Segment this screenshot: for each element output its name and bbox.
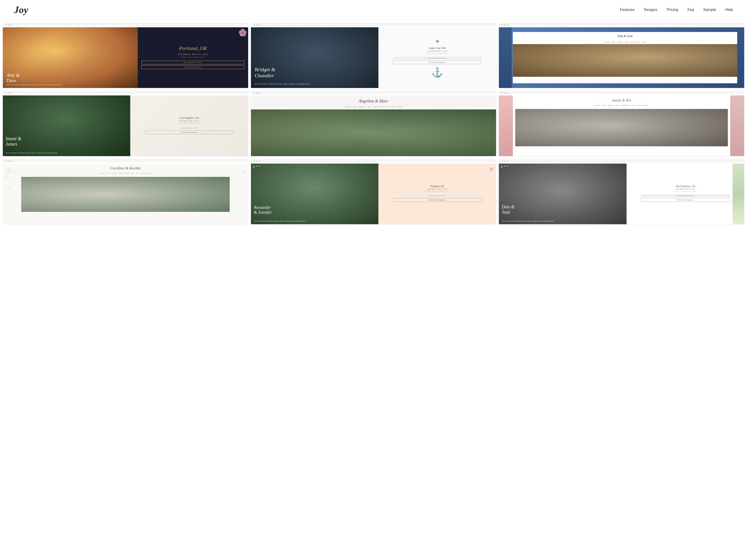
main-grid: Amy &Dave We're so excited to celebrate … [0,20,747,227]
dot-1 [253,92,255,94]
anchor-icon: ⚓ [431,67,443,78]
dot-3 [507,92,509,94]
photo-dan-jose: ☰ MENU Dan &José We're so excited to cel… [499,164,626,224]
dot-2 [8,92,10,94]
rsvp-btn-8[interactable]: Edit Your RSVP Response [392,198,482,202]
photo-caroline [21,177,230,212]
nav-item-schedule: SCHEDULE [617,42,623,43]
nav-sample[interactable]: Sample [703,8,716,12]
dot-1 [501,24,503,26]
photo-amy-dave: Amy &Dave We're so excited to celebrate … [3,27,138,88]
center-6: Sandy & Yen WELCOMESTORYSCHEDULETRAVELWE… [499,96,744,149]
overlay-name-1: Amy &Dave [6,73,20,83]
dot-2 [504,24,506,26]
countdown-1: 32 Days · 17 Hrs · 06 Mins · 15 Secs [182,56,204,58]
rsvp-btn-1[interactable]: Edit Your RSVP Response [141,65,244,69]
nav-features[interactable]: Features [620,8,635,12]
location-8: Portland, OR [431,185,444,188]
date-2: SATURDAY, MAY 23, 2015 [428,50,447,52]
date-8: SATURDAY, MAY 23, 2015 [428,188,447,190]
dot-2 [504,92,506,94]
rsvp-btn-2[interactable]: Edit Your RSVP Response [393,60,481,64]
welcome-btn-4[interactable]: WELCOME BACK VISHAL [145,127,234,130]
nav-designs[interactable]: Designs [644,8,658,12]
dot-3 [259,160,261,162]
dot-1 [501,92,503,94]
floral-icon-8: ❀ [489,166,494,172]
nav-help[interactable]: Help [725,8,733,12]
dot-3 [259,92,261,94]
inner-photo-3 [513,44,737,77]
card-content-4: Imani &James We're so excited to celebra… [3,96,248,156]
card-content-1: Amy &Dave We're so excited to celebrate … [3,27,248,88]
countdown-4: 32 Days · 17 Hrs · 35 Mins · 15 Secs [178,123,201,124]
countdown-2: 32 Days · 17 Hrs · 35 Mins · 15 Secs [426,53,448,54]
overlay-name-9: Dan &José [501,204,515,215]
card-content-9: ☰ MENU Dan &José We're so excited to cel… [499,164,744,224]
card-dan-jose-sf[interactable]: ☰ MENU Dan &José We're so excited to cel… [499,159,744,224]
overlay-name-4: Imani &James [6,136,21,147]
rsvp-btn-4[interactable]: Edit Your RSVP Response [145,130,234,134]
countdown-9: 32 Days · 17 Hrs · 35 Mins · 15 Secs [674,191,697,192]
bubble-2 [5,175,8,179]
welcome-btn-2[interactable]: WELCOME BACK VISHAL [393,57,481,59]
photo-imani: Imani &James We're so excited to celebra… [3,96,130,156]
welcome-btn-9[interactable]: WELCOME BACK VISHAL [641,194,730,197]
card-amy-dave[interactable]: Amy &Dave We're so excited to celebrate … [3,23,248,88]
logo[interactable]: Joy [14,4,28,16]
card-window-5 [251,91,496,94]
marble-panel-4: Los Angeles, CA SATURDAY, MAY 23, 2015 3… [130,96,248,156]
bubble-4 [241,170,246,174]
welcome-btn-8[interactable]: WELCOME BACK VISHAL [392,194,482,197]
bubble-1 [6,168,11,173]
couple-name-text-1: Portland, OR [179,45,207,51]
nav-item-photos: PHOTOS [642,42,646,43]
dot-1 [501,160,503,162]
card-caroline-keelan[interactable]: Caroline & Keelan WELCOMESTORYSCHEDULETR… [3,159,248,224]
nav-item-welcome: WELCOME [604,42,610,43]
peach-panel-8: ❀ Portland, OR SATURDAY, MAY 23, 2015 32… [379,164,496,224]
couple-name-7: Caroline & Keelan [6,166,245,170]
nav-faq[interactable]: Faq [688,8,694,12]
photo-alexander: ☰ MENU Alexander& Jennifer We're so exci… [251,164,379,224]
welcome-btn-1[interactable]: WELCOME BACK VISHAL [141,61,244,64]
card-window-6 [499,91,744,94]
card-content-8: ☰ MENU Alexander& Jennifer We're so exci… [251,164,496,224]
dot-2 [256,24,258,26]
date-4: SATURDAY, MAY 23, 2015 [180,120,199,122]
card-content-5: Angelina & Marc WELCOMESTORYSCHEDULETRAV… [251,96,496,156]
couple-name-6: Sandy & Yen [612,98,631,102]
photo-sandy [515,109,728,146]
nav-6: WELCOMESTORYSCHEDULETRAVELWEDDING PARTYQ… [595,104,648,107]
blue-stripe [499,27,512,88]
floral-decor-1: 🌸 [238,28,247,37]
photo-bridget: Bridget &Chandler We're so excited to ce… [251,27,379,88]
card-window-8 [251,159,496,162]
header: Joy Features Designs Pricing Faq Sample … [0,0,747,20]
nav-5: WELCOMESTORYSCHEDULETRAVELWEDDING PARTYQ… [255,105,493,108]
hamburger-icon-8: ☰ [253,165,255,168]
nav-pricing[interactable]: Pricing [667,8,678,12]
card-window-4 [3,91,248,94]
dot-2 [256,92,258,94]
card-dan-jose-1[interactable]: Dan & José WELCOME STORY SCHEDULE TRAVEL… [499,23,744,88]
location-1: SATURDAY, MAY 23, 2015 [178,53,208,56]
card-content-3: Dan & José WELCOME STORY SCHEDULE TRAVEL… [499,27,744,88]
card-content-2: Bridget &Chandler We're so excited to ce… [251,27,496,88]
card-imani-james[interactable]: Imani &James We're so excited to celebra… [3,91,248,156]
dot-3 [259,24,261,26]
card-sandy-yen[interactable]: Sandy & Yen WELCOMESTORYSCHEDULETRAVELWE… [499,91,744,156]
top-section-7: Caroline & Keelan WELCOMESTORYSCHEDULETR… [3,164,248,177]
nav-item-weddingparty: WEDDING PARTY [630,42,640,43]
card-alexander-jennifer[interactable]: ☰ MENU Alexander& Jennifer We're so exci… [251,159,496,224]
nav-item-story: STORY [611,42,615,43]
card-bridget-chandler[interactable]: Bridget &Chandler We're so excited to ce… [251,23,496,88]
dot-1 [5,160,7,162]
card-angelina-marc[interactable]: Angelina & Marc WELCOMESTORYSCHEDULETRAV… [251,91,496,156]
overlay-tagline-1: We're so excited to celebrate with you. … [6,84,67,86]
rsvp-btn-9[interactable]: Edit Your RSVP Response [641,198,730,202]
card-window-9 [499,159,744,162]
dot-2 [504,160,506,162]
dark-panel-1: Portland, OR SATURDAY, MAY 23, 2015 32 D… [138,27,248,88]
menu-label-9: MENU [504,165,509,167]
